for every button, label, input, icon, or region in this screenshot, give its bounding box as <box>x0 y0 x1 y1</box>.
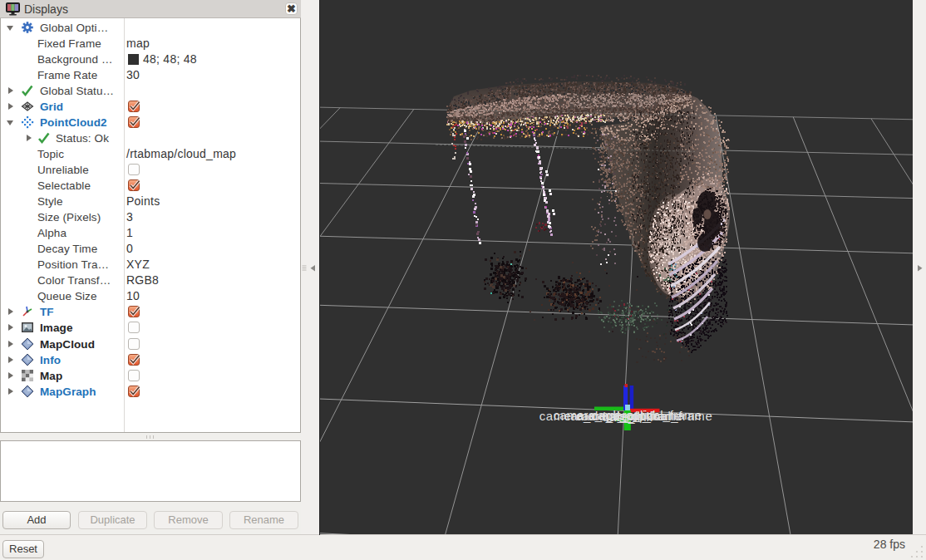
svg-text:base_link: base_link <box>603 410 653 424</box>
